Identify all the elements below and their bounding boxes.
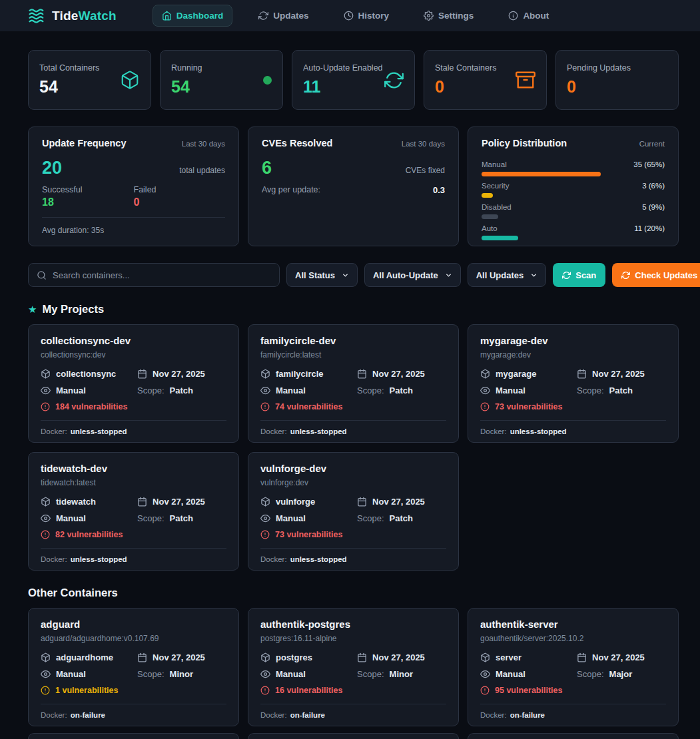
- container-card[interactable]: collectionsync-dev collectionsync:dev co…: [28, 324, 239, 443]
- container-image-tag: adguard/adguardhome:v0.107.69: [41, 634, 226, 643]
- brand-title: TideWatch: [52, 9, 117, 23]
- alert-circle-icon: [480, 402, 490, 411]
- eye-icon: [41, 669, 51, 679]
- stat-value: 54: [171, 77, 202, 97]
- image-name-cell: postgres: [260, 652, 357, 662]
- docker-restart-policy: Docker: on-failure: [480, 711, 666, 719]
- divider: [480, 704, 666, 704]
- partial-card: [468, 733, 679, 739]
- policy-bar: [482, 172, 601, 176]
- scope-cell: Scope: Patch: [137, 513, 226, 523]
- nav-tab-settings[interactable]: Settings: [415, 5, 482, 26]
- avg-per-update: Avg per update: 0.3: [262, 185, 445, 195]
- container-image-tag: postgres:16.11-alpine: [260, 634, 446, 643]
- nav-tab-updates[interactable]: Updates: [250, 5, 317, 26]
- updates-filter-select[interactable]: All Updates: [468, 263, 547, 287]
- brand-logo[interactable]: TideWatch: [28, 8, 117, 24]
- docker-restart-policy: Docker: unless-stopped: [260, 427, 446, 435]
- vulnerabilities-cell: 184 vulnerabilities: [41, 402, 137, 411]
- refresh-icon: [562, 271, 571, 280]
- policy-row: Disabled 5 (9%): [482, 203, 665, 219]
- eye-icon: [480, 669, 490, 679]
- container-card[interactable]: vulnforge-dev vulnforge:dev vulnforge No…: [248, 452, 459, 571]
- container-card[interactable]: authentik-server goauthentik/server:2025…: [468, 608, 679, 726]
- eye-icon: [41, 513, 51, 523]
- container-image-tag: collectionsync:dev: [41, 350, 226, 360]
- vulnerabilities-cell: 74 vulnerabilities: [260, 402, 357, 411]
- search-icon: [37, 270, 47, 280]
- container-card[interactable]: familycircle-dev familycircle:latest fam…: [248, 324, 459, 443]
- package-icon: [480, 652, 490, 662]
- vulnerabilities-cell: 73 vulnerabilities: [260, 530, 357, 539]
- refresh-icon: [258, 11, 268, 21]
- calendar-icon: [357, 369, 367, 379]
- vulnerabilities-cell: 1 vulnerabilities: [41, 686, 137, 695]
- scan-button[interactable]: Scan: [553, 263, 605, 287]
- vulnerabilities-cell: 82 vulnerabilities: [41, 530, 137, 539]
- running-dot-icon: [263, 76, 272, 85]
- divider: [260, 704, 446, 704]
- container-card[interactable]: mygarage-dev mygarage:dev mygarage Nov 2…: [468, 324, 679, 443]
- calendar-icon: [577, 652, 587, 662]
- info-icon: [508, 11, 518, 21]
- policy-bar: [482, 236, 518, 240]
- container-card[interactable]: adguard adguard/adguardhome:v0.107.69 ad…: [28, 608, 239, 726]
- nav-tab-history[interactable]: History: [335, 5, 398, 26]
- update-policy-cell: Manual: [260, 385, 357, 395]
- partial-card: [28, 733, 239, 739]
- docker-restart-policy: Docker: on-failure: [260, 711, 446, 719]
- last-checked-cell: Nov 27, 2025: [357, 652, 446, 662]
- failed-updates: Failed 0: [134, 185, 226, 208]
- stat-value: 0: [435, 77, 496, 97]
- container-name: tidewatch-dev: [41, 463, 226, 474]
- package-icon: [260, 497, 270, 507]
- image-name-cell: familycircle: [260, 369, 357, 379]
- calendar-icon: [357, 497, 367, 507]
- package-icon: [41, 369, 51, 379]
- package-icon: [260, 652, 270, 662]
- policy-bar: [482, 193, 493, 198]
- cves-resolved-card: CVEs Resolved Last 30 days 6 CVEs fixed …: [248, 126, 459, 246]
- scope-cell: Scope: Minor: [137, 669, 226, 679]
- divider: [260, 420, 446, 421]
- top-navbar: TideWatch Dashboard Updates History Sett…: [0, 0, 700, 32]
- policy-distribution-card: Policy Distribution Current Manual 35 (6…: [468, 126, 679, 246]
- stat-running: Running 54: [160, 50, 283, 110]
- successful-updates: Successful 18: [42, 185, 134, 208]
- scope-cell: Scope: Patch: [357, 385, 446, 395]
- image-name-cell: server: [480, 652, 577, 662]
- check-updates-button[interactable]: Check Updates: [612, 263, 700, 287]
- nav-tab-about[interactable]: About: [500, 5, 557, 26]
- container-image-tag: tidewatch:latest: [41, 478, 226, 487]
- search-box[interactable]: [28, 263, 280, 287]
- policy-row: Manual 35 (65%): [482, 160, 665, 176]
- divider: [41, 548, 226, 549]
- image-name-cell: vulnforge: [260, 497, 357, 507]
- history-clock-icon: [344, 11, 354, 21]
- container-card[interactable]: tidewatch-dev tidewatch:latest tidewatch…: [28, 452, 239, 571]
- home-icon: [162, 11, 172, 21]
- nav-tab-dashboard[interactable]: Dashboard: [153, 5, 233, 27]
- calendar-icon: [577, 369, 587, 379]
- scope-cell: Scope: Minor: [357, 669, 446, 679]
- auto-update-filter-select[interactable]: All Auto-Update: [364, 263, 461, 287]
- package-icon: [41, 652, 51, 662]
- status-filter-select[interactable]: All Status: [286, 263, 358, 287]
- update-policy-cell: Manual: [41, 513, 137, 523]
- last-checked-cell: Nov 27, 2025: [357, 369, 446, 379]
- last-checked-cell: Nov 27, 2025: [137, 369, 226, 379]
- total-updates-value: 20: [42, 159, 62, 177]
- other-containers-heading: Other Containers: [28, 587, 679, 599]
- search-input[interactable]: [53, 270, 271, 280]
- divider: [260, 548, 446, 549]
- container-name: authentik-server: [480, 618, 666, 630]
- container-image-tag: goauthentik/server:2025.10.2: [480, 634, 666, 643]
- package-icon: [260, 369, 270, 379]
- stat-value: 11: [303, 77, 383, 97]
- image-name-cell: collectionsync: [41, 369, 137, 379]
- update-policy-cell: Manual: [480, 385, 577, 395]
- container-image-tag: mygarage:dev: [480, 350, 666, 360]
- docker-restart-policy: Docker: unless-stopped: [41, 555, 226, 563]
- update-frequency-card: Update Frequency Last 30 days 20 total u…: [28, 126, 239, 246]
- container-card[interactable]: authentik-postgres postgres:16.11-alpine…: [248, 608, 459, 726]
